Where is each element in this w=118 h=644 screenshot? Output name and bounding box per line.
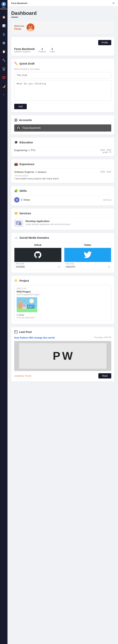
draft-add-button[interactable]: Add [14, 104, 27, 109]
post-footer: created by: f.f.b.02 Read [14, 373, 111, 378]
accounts-icon [14, 118, 18, 122]
main-content: Feras Barahmeh ≡ Dashboard Welcome Feras [7, 0, 118, 644]
skill-row: C# C Sharp technical [14, 197, 111, 202]
post-img-inner: P W [19, 343, 106, 369]
education-header: 🎓 Education [14, 140, 111, 144]
education-side: 2020 - 2024 grade: 75 [100, 149, 111, 153]
github-hex-value: #24292E [16, 266, 25, 268]
service-name: Discktop Application [25, 220, 70, 222]
github-logo-box [14, 248, 61, 262]
twitter-copy-icon[interactable]: ⧉ [108, 266, 110, 268]
svg-rect-35 [15, 332, 17, 332]
profile-button[interactable]: Profile [98, 40, 111, 45]
experience-header: 💼 Experience [14, 162, 111, 166]
service-img [14, 220, 23, 227]
twitter-card-title: Twitter [64, 242, 111, 248]
nav-list[interactable]: 📋 [1, 49, 6, 54]
sidebar-brand: Feras Barahmeh [0, 2, 7, 10]
page-title: Dashboard [11, 10, 114, 16]
education-row: Engineering At TTU 2020 - 2024 grade: 75 [14, 149, 111, 153]
project-icon: 📁 [14, 279, 18, 282]
project-image [17, 297, 37, 312]
svg-rect-28 [23, 304, 26, 306]
topbar: Feras Barahmeh ≡ [7, 0, 118, 6]
read-button[interactable]: Read [98, 373, 111, 378]
project-inner: 2022-11-02 POS Project POS ProjectPOS Pr… [14, 285, 111, 321]
sidebar: Feras Barahmeh 🏠 📊 👤 ⚙️ 📋 🔧 🖥️ ⭕ 🌙 • [0, 0, 7, 644]
svg-rect-1 [3, 5, 4, 5]
account-github-row: Feras-Barahmeh [14, 124, 111, 132]
svg-rect-29 [23, 306, 23, 306]
nav-user[interactable]: 👤 [1, 32, 6, 37]
nav-home[interactable]: 🏠 [1, 14, 6, 20]
nav-dot[interactable]: • [1, 92, 6, 98]
nav-analytics[interactable]: 📊 [1, 23, 6, 28]
services-card: 🤝 Services Discktop Application create d… [11, 208, 114, 230]
education-title: Education [19, 141, 33, 144]
svg-rect-26 [32, 306, 33, 307]
nav-moon[interactable]: 🌙 [1, 84, 6, 89]
skills-icon: 🧩 [14, 189, 18, 192]
twitter-hex-label: Hex Color [64, 262, 111, 265]
project-card: 📁 Project 2022-11-02 POS Project POS Pro… [11, 276, 114, 324]
project-date: 2022-11-02 [17, 288, 109, 290]
draft-body-input[interactable] [14, 80, 111, 101]
nav-circle[interactable]: ⭕ [1, 75, 6, 80]
project-subtitle: POS ProjectPOS Project [17, 294, 109, 296]
experience-role: Software Enginner At amazon [14, 170, 46, 174]
experience-divider [14, 168, 111, 169]
education-field: Engineering At TTU [14, 149, 35, 152]
accounts-card: Accounts Feras-Barahmeh [11, 115, 114, 134]
profile-header: Profile [14, 40, 111, 45]
svg-rect-24 [28, 306, 29, 308]
nav-tool[interactable]: 🔧 [1, 58, 6, 63]
nav-monitor[interactable]: 🖥️ [1, 66, 6, 72]
services-title: Services [19, 212, 31, 215]
welcome-card: Welcome Feras [11, 21, 114, 34]
last-post-header: Last Post [14, 330, 111, 334]
svg-point-8 [31, 26, 31, 27]
skill-left: C# C Sharp [14, 197, 30, 202]
svg-rect-21 [19, 301, 22, 303]
service-row: Discktop Application create discktop app… [14, 220, 111, 227]
social-media-header: ☁️ Social Media Domains [14, 236, 111, 240]
quick-draft-icon: ✏️ [14, 62, 18, 65]
service-info: Discktop Application create discktop app… [25, 220, 70, 225]
github-username: Feras-Barahmeh [22, 126, 41, 129]
svg-rect-36 [15, 332, 16, 332]
social-media-title: Social Media Domains [19, 236, 49, 239]
dashboard-content: Dashboard Welcome Feras [7, 6, 118, 392]
welcome-label: Welcome [14, 24, 24, 28]
experience-card: 💼 Experience Software Enginner At amazon… [11, 159, 114, 183]
svg-point-7 [30, 26, 30, 27]
last-post-title-label: Last Post [19, 330, 32, 334]
svg-rect-17 [20, 223, 21, 224]
hamburger-icon[interactable]: ≡ [113, 2, 114, 5]
profile-info: Feras Barahmeh software engineer 1 Proje… [14, 48, 111, 53]
post-title-link[interactable]: How Python Will change this world [14, 336, 55, 339]
draft-title-input[interactable] [14, 72, 111, 78]
github-copy-icon[interactable]: ⧉ [58, 266, 60, 268]
project-title: Project [19, 279, 29, 282]
post-time: Thursday, 4:38 PM [94, 336, 111, 339]
skill-name: C Sharp [21, 198, 30, 201]
skills-title: Skills [19, 189, 27, 192]
project-name: POS Project [17, 290, 109, 293]
skills-header: 🧩 Skills [14, 189, 111, 192]
social-media-card: ☁️ Social Media Domains Github Hex Color… [11, 233, 114, 273]
experience-title: Experience [19, 162, 34, 166]
project-type: Discktop Application [17, 316, 109, 318]
nav-settings[interactable]: ⚙️ [1, 40, 6, 46]
skill-c-icon: C# [14, 197, 19, 202]
experience-desc-label: Job Description [14, 174, 111, 177]
github-card-title: Github [14, 242, 61, 248]
brand-icon [1, 2, 6, 6]
project-tag: C Sharp [17, 314, 109, 316]
avatar [27, 24, 34, 31]
education-icon: 🎓 [14, 140, 18, 144]
post-letter-w: W [62, 350, 73, 362]
services-header: 🤝 Services [14, 212, 111, 215]
accounts-header: Accounts [14, 118, 111, 122]
project-header: 📁 Project [14, 279, 111, 282]
profile-stat-projects: 1 Projects [39, 48, 46, 53]
